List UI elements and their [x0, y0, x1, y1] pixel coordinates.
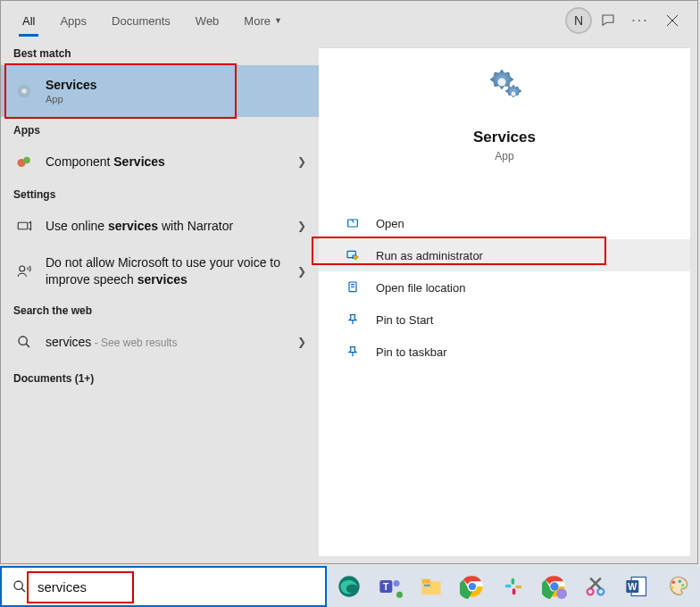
detail-subtitle: App — [495, 150, 513, 162]
tabs-row: All Apps Documents Web More ▼ N ··· — [1, 1, 697, 40]
result-component-services[interactable]: Component Services ❯ — [1, 142, 319, 181]
svg-rect-30 — [505, 585, 512, 588]
svg-point-17 — [14, 581, 22, 589]
taskbar-slack[interactable] — [496, 570, 530, 603]
speech-icon — [13, 261, 35, 282]
pin-icon — [344, 311, 362, 328]
more-options-icon[interactable]: ··· — [624, 4, 656, 37]
gear-icon — [13, 80, 35, 102]
svg-rect-33 — [512, 588, 516, 595]
svg-point-37 — [588, 588, 594, 595]
taskbar-chrome[interactable] — [455, 570, 489, 603]
tab-more-label: More — [244, 14, 271, 28]
svg-point-36 — [556, 588, 567, 599]
close-icon[interactable] — [656, 4, 688, 37]
tab-documents[interactable]: Documents — [99, 5, 183, 37]
action-label: Open — [376, 217, 404, 230]
svg-point-35 — [550, 582, 558, 590]
result-label: Do not allow Microsoft to use your voice… — [46, 254, 290, 288]
svg-point-10 — [497, 78, 506, 87]
tab-more[interactable]: More ▼ — [231, 5, 295, 37]
search-icon — [13, 331, 35, 353]
svg-text:T: T — [383, 581, 389, 592]
taskbar-chrome-profile[interactable] — [538, 570, 571, 603]
detail-header: Services App — [319, 48, 690, 171]
result-web-search[interactable]: services - See web results ❯ — [1, 322, 319, 362]
taskbar-explorer[interactable] — [414, 570, 448, 603]
result-narrator-setting[interactable]: Use online services with Narrator ❯ — [1, 206, 319, 245]
action-label: Pin to taskbar — [376, 345, 447, 359]
chevron-down-icon: ▼ — [274, 16, 282, 25]
action-pin-start[interactable]: Pin to Start — [319, 304, 690, 336]
tab-apps[interactable]: Apps — [47, 5, 99, 37]
svg-point-7 — [20, 266, 25, 271]
svg-rect-6 — [18, 222, 28, 229]
svg-rect-31 — [515, 586, 521, 589]
taskbar-paint[interactable] — [661, 570, 695, 603]
section-settings: Settings — [1, 181, 319, 206]
pin-icon — [344, 343, 362, 361]
svg-point-38 — [597, 588, 604, 595]
web-hint: - See web results — [91, 337, 177, 349]
action-pin-taskbar[interactable]: Pin to taskbar — [319, 336, 690, 368]
svg-point-45 — [679, 579, 682, 583]
search-input[interactable] — [38, 568, 316, 605]
search-icon — [11, 579, 29, 594]
detail-title: Services — [473, 129, 536, 146]
svg-line-9 — [26, 344, 29, 347]
section-best-match: Best match — [1, 40, 319, 65]
result-subtitle: App — [46, 94, 306, 104]
chevron-right-icon: ❯ — [297, 336, 306, 348]
result-label: Use online services with Narrator — [46, 219, 290, 233]
services-large-icon — [481, 66, 528, 112]
svg-point-23 — [396, 592, 403, 598]
svg-point-47 — [671, 586, 674, 589]
section-apps: Apps — [1, 117, 319, 142]
web-term: services — [46, 335, 91, 349]
narrator-icon — [13, 215, 35, 237]
chevron-right-icon: ❯ — [297, 220, 306, 232]
search-window: All Apps Documents Web More ▼ N ··· Best… — [0, 0, 698, 564]
taskbar-teams[interactable]: T — [373, 570, 407, 603]
action-open-location[interactable]: Open file location — [319, 271, 690, 304]
user-avatar[interactable]: N — [565, 7, 592, 34]
results-pane: Best match Services App Apps Compo — [1, 40, 319, 563]
svg-point-22 — [394, 580, 400, 586]
result-best-match[interactable]: Services App — [1, 65, 319, 117]
admin-icon — [344, 246, 362, 264]
svg-rect-26 — [424, 585, 430, 586]
tab-all[interactable]: All — [10, 5, 47, 37]
action-run-admin[interactable]: Run as administrator — [319, 239, 690, 271]
svg-line-18 — [21, 588, 25, 592]
action-label: Pin to Start — [376, 313, 433, 327]
main-content: Best match Services App Apps Compo — [1, 40, 697, 563]
component-icon — [13, 151, 35, 172]
svg-rect-25 — [422, 579, 430, 584]
result-title: Services — [46, 78, 306, 92]
taskbar-word[interactable]: W — [620, 570, 654, 603]
result-label: Component Services — [46, 154, 290, 169]
taskbar-edge[interactable] — [332, 570, 366, 603]
svg-point-11 — [511, 91, 516, 96]
chevron-right-icon: ❯ — [297, 155, 306, 168]
svg-point-8 — [19, 337, 27, 345]
avatar-initial: N — [574, 13, 583, 28]
svg-text:W: W — [628, 581, 637, 592]
open-icon — [344, 214, 362, 232]
chevron-right-icon: ❯ — [297, 265, 306, 278]
action-label: Open file location — [376, 281, 465, 295]
section-documents: Documents (1+) — [1, 362, 319, 390]
svg-rect-32 — [512, 578, 515, 585]
result-speech-setting[interactable]: Do not allow Microsoft to use your voice… — [1, 245, 319, 297]
action-open[interactable]: Open — [319, 207, 690, 239]
tab-web[interactable]: Web — [183, 5, 232, 37]
search-bar[interactable] — [0, 566, 327, 607]
taskbar-snip[interactable] — [579, 570, 612, 603]
svg-point-46 — [681, 584, 685, 587]
section-search-web: Search the web — [1, 297, 319, 322]
feedback-icon[interactable] — [592, 4, 624, 37]
folder-icon — [344, 279, 362, 296]
taskbar: T W — [327, 566, 700, 607]
svg-point-3 — [21, 88, 27, 94]
svg-point-5 — [23, 157, 30, 164]
